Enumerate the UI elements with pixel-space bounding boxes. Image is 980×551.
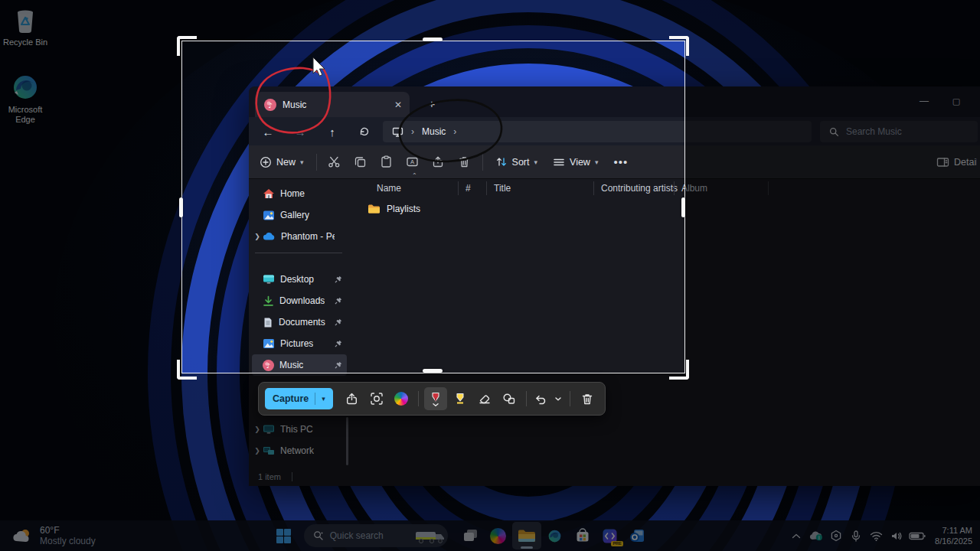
sidebar-item-onedrive-phantom[interactable]: ❯ Phantom - Perso bbox=[252, 226, 347, 247]
column-divider[interactable] bbox=[486, 181, 487, 195]
sidebar-item-home[interactable]: Home bbox=[252, 183, 347, 204]
column-header-album[interactable]: Album bbox=[681, 178, 707, 198]
tray-chevron-icon[interactable] bbox=[788, 524, 805, 547]
selection-handle-right[interactable] bbox=[681, 197, 685, 217]
file-explorer-button[interactable] bbox=[512, 522, 541, 549]
back-button[interactable]: ← bbox=[258, 122, 278, 142]
desktop-screen: Recycle Bin Microsoft Edge bbox=[0, 0, 980, 551]
downloads-icon bbox=[263, 295, 274, 307]
chevron-down-icon: ▾ bbox=[300, 158, 304, 166]
undo-button[interactable] bbox=[532, 387, 550, 410]
svg-text:♪: ♪ bbox=[266, 362, 270, 370]
weather-condition: Mostly cloudy bbox=[40, 536, 96, 546]
forward-button[interactable]: → bbox=[290, 122, 310, 142]
selection-handle-top[interactable] bbox=[423, 37, 443, 41]
selection-handle-left[interactable] bbox=[179, 197, 183, 217]
delete-snip-button[interactable] bbox=[576, 387, 599, 410]
selection-handle-top-left[interactable] bbox=[177, 36, 197, 56]
outlook-icon bbox=[629, 528, 645, 543]
column-divider[interactable] bbox=[593, 181, 594, 195]
copilot-button[interactable] bbox=[485, 522, 512, 549]
selection-handle-bottom-right[interactable] bbox=[669, 360, 689, 380]
selection-handle-bottom-left[interactable] bbox=[177, 360, 197, 380]
desktop-icon-recycle-bin[interactable]: Recycle Bin bbox=[0, 5, 53, 47]
undo-icon bbox=[534, 393, 547, 405]
taskbar-clock[interactable]: 7:11 AM 8/16/2025 bbox=[935, 525, 972, 546]
clock-date: 8/16/2025 bbox=[935, 536, 972, 546]
new-button[interactable]: New ▾ bbox=[252, 150, 312, 174]
edge-button[interactable] bbox=[541, 522, 569, 549]
volume-icon[interactable] bbox=[887, 524, 904, 547]
sidebar-divider bbox=[255, 253, 342, 253]
share-button[interactable] bbox=[341, 387, 364, 410]
copilot-button[interactable] bbox=[390, 387, 413, 410]
column-header-title[interactable]: Title bbox=[494, 178, 511, 198]
up-button[interactable]: ↑ bbox=[322, 122, 342, 142]
selection-handle-top-right[interactable] bbox=[669, 36, 689, 56]
music-icon: ♪ bbox=[264, 99, 276, 111]
visual-search-button[interactable] bbox=[365, 387, 388, 410]
cut-icon bbox=[328, 155, 341, 168]
sidebar-item-pictures[interactable]: Pictures bbox=[252, 333, 347, 354]
copilot-icon bbox=[490, 528, 506, 544]
music-icon: ♪ bbox=[263, 360, 274, 371]
undo-menu-button[interactable] bbox=[552, 387, 564, 410]
sidebar-item-downloads[interactable]: Downloads bbox=[252, 290, 347, 311]
share-icon bbox=[345, 392, 359, 406]
snip-capture-toolbar: Capture ▾ bbox=[258, 382, 606, 416]
task-view-icon bbox=[463, 529, 479, 543]
expander-chevron-icon[interactable]: ❯ bbox=[252, 447, 263, 455]
column-divider[interactable] bbox=[458, 181, 459, 195]
pen-tool-button[interactable] bbox=[424, 387, 447, 410]
sidebar-item-this-pc[interactable]: ❯ This PC bbox=[252, 419, 347, 440]
search-highlight-image bbox=[413, 526, 446, 546]
column-divider[interactable] bbox=[674, 181, 675, 195]
folder-icon bbox=[368, 204, 381, 214]
desktop-icon-edge[interactable]: Microsoft Edge bbox=[0, 72, 53, 125]
new-label: New bbox=[276, 157, 296, 168]
column-header-number[interactable]: # bbox=[466, 178, 471, 198]
store-button[interactable] bbox=[569, 522, 596, 549]
network-icon bbox=[263, 445, 275, 456]
eraser-tool-button[interactable] bbox=[473, 387, 496, 410]
shapes-icon bbox=[502, 393, 516, 405]
dev-home-preview-button[interactable]: PRE bbox=[596, 522, 624, 549]
tab-title: Music bbox=[283, 99, 306, 110]
file-row-playlists[interactable]: Playlists bbox=[368, 200, 420, 218]
sidebar-item-documents[interactable]: Documents bbox=[252, 311, 347, 333]
expander-chevron-icon[interactable]: ❯ bbox=[252, 233, 263, 240]
task-view-button[interactable] bbox=[457, 522, 485, 549]
pin-icon bbox=[335, 361, 342, 369]
microphone-icon[interactable] bbox=[848, 524, 864, 547]
sidebar-item-desktop[interactable]: Desktop bbox=[252, 269, 347, 290]
recycle-bin-icon bbox=[0, 5, 53, 35]
sidebar-item-gallery[interactable]: Gallery bbox=[252, 204, 347, 226]
cut-button[interactable] bbox=[322, 150, 348, 174]
column-header-name[interactable]: Name bbox=[377, 178, 401, 198]
capture-button[interactable]: Capture ▾ bbox=[265, 388, 333, 409]
outlook-button[interactable] bbox=[624, 522, 652, 549]
pin-icon bbox=[335, 276, 342, 283]
expander-chevron-icon[interactable]: ❯ bbox=[252, 425, 263, 433]
selection-handle-bottom[interactable] bbox=[423, 369, 443, 373]
start-button[interactable] bbox=[270, 522, 298, 549]
battery-icon[interactable] bbox=[907, 524, 927, 547]
weather-widget[interactable]: 60°F Mostly cloudy bbox=[11, 525, 96, 546]
column-header-contributing-artists[interactable]: Contributing artists bbox=[601, 178, 678, 198]
hexagon-icon[interactable] bbox=[828, 524, 844, 547]
explorer-status-bar: 1 item bbox=[249, 467, 980, 486]
sidebar-item-network[interactable]: ❯ Network bbox=[252, 440, 347, 461]
explorer-sidebar: Home Gallery ❯ Phantom - Pers bbox=[249, 178, 352, 467]
desktop-icon-label: Recycle Bin bbox=[0, 37, 53, 47]
pin-icon bbox=[335, 340, 342, 347]
wifi-icon[interactable] bbox=[867, 524, 884, 547]
highlighter-tool-button[interactable] bbox=[449, 387, 472, 410]
onedrive-tray-icon[interactable]: i bbox=[808, 524, 825, 547]
column-divider[interactable] bbox=[768, 181, 769, 195]
pin-icon bbox=[335, 297, 342, 305]
sidebar-item-music[interactable]: ♪ Music bbox=[252, 354, 347, 376]
sidebar-scrollbar[interactable] bbox=[346, 417, 348, 465]
taskbar-search[interactable]: Quick search bbox=[304, 524, 448, 547]
chevron-down-icon[interactable]: ▾ bbox=[322, 395, 325, 403]
shapes-tool-button[interactable] bbox=[498, 387, 521, 410]
